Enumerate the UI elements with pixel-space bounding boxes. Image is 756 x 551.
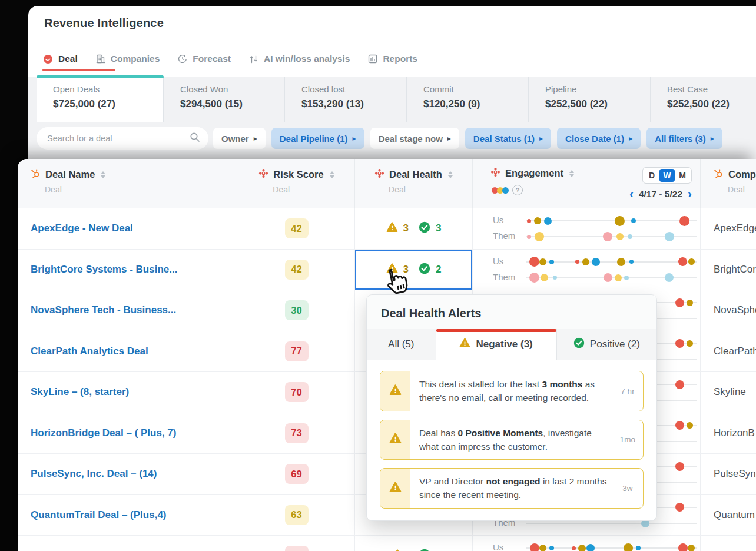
engagement-dot — [631, 218, 636, 223]
column-header-company[interactable]: Company Name Deal — [701, 159, 756, 208]
engagement-dot — [675, 380, 684, 389]
filter-chip-deal-stage-now[interactable]: Deal stage now▸ — [370, 128, 459, 149]
deal-health-cell[interactable]: 33 — [355, 208, 473, 249]
table-header: Deal Name Deal Risk Score Deal — [18, 159, 756, 208]
column-subtitle: Deal — [45, 185, 238, 194]
deal-name-link[interactable]: BrightCore Systems - Busine... — [18, 250, 238, 290]
popup-tab-positive-2-[interactable]: Positive (2) — [557, 329, 656, 360]
summary-card-pipeline[interactable]: Pipeline$252,500 (22) — [528, 77, 650, 122]
deal-name-link[interactable]: PulseSync, Inc. Deal – (14) — [18, 454, 238, 494]
search-placeholder: Search for a deal — [47, 134, 112, 143]
tab-companies[interactable]: Companies — [95, 54, 160, 64]
summary-card-commit[interactable]: Commit$120,250 (9) — [406, 77, 528, 122]
risk-score-badge: 73 — [285, 423, 309, 443]
period-w-button[interactable]: W — [659, 169, 675, 182]
positive-count: 3 — [436, 223, 441, 234]
risk-score-cell: 69 — [238, 454, 355, 494]
column-header-deal-name[interactable]: Deal Name Deal — [18, 159, 238, 208]
risk-score-cell: 42 — [238, 250, 355, 290]
filter-chip-deal-status-1-[interactable]: Deal Status (1)▸ — [465, 128, 551, 149]
engagement-dot — [628, 234, 632, 239]
deal-health-cell[interactable]: 32 — [355, 250, 473, 290]
deal-name-link[interactable]: NovaSphere Tech - Business... — [18, 290, 238, 331]
search-input[interactable]: Search for a deal — [37, 127, 208, 150]
ai-cross-icon — [490, 167, 500, 180]
prev-range-icon[interactable]: ‹ — [629, 187, 634, 200]
sort-icon[interactable] — [569, 170, 574, 177]
table-row: ApexEdge - New Deal4233UsThemApexEdge — [18, 208, 756, 250]
risk-score-cell — [238, 536, 355, 551]
tab-ai-win-loss-analysis[interactable]: AI win/loss analysis — [248, 54, 350, 64]
filter-chip-close-date-1-[interactable]: Close Date (1)▸ — [557, 128, 641, 149]
summary-card-best-case[interactable]: Best Case$252,500 (22) — [650, 77, 756, 122]
hubspot-icon — [714, 168, 724, 181]
sort-icon[interactable] — [101, 171, 105, 178]
check-icon — [573, 337, 585, 351]
sort-icon[interactable] — [448, 171, 453, 178]
risk-score-badge — [285, 546, 309, 551]
check-icon — [419, 549, 430, 551]
tab-deal[interactable]: Deal — [42, 54, 78, 65]
period-d-button[interactable]: D — [644, 169, 659, 182]
alert-card[interactable]: VP and Director not engaged in last 2 mo… — [380, 468, 644, 509]
period-m-button[interactable]: M — [675, 169, 690, 182]
filter-chip-all-filters-3-[interactable]: All filters (3)▸ — [646, 128, 722, 149]
tab-reports[interactable]: Reports — [367, 54, 417, 64]
help-icon[interactable]: ? — [512, 185, 523, 195]
next-range-icon[interactable]: › — [688, 187, 692, 200]
alert-card[interactable]: This deal is stalled for the last 3 mont… — [380, 371, 644, 411]
alert-card[interactable]: Deal has 0 Positive Moments, investigate… — [380, 420, 644, 460]
deal-name-link[interactable]: ClearPath Analytics Deal — [18, 331, 238, 372]
deal-health-alerts-popup: Deal Health Alerts All (5)Negative (3)Po… — [366, 294, 657, 521]
ai-cross-icon — [258, 168, 268, 181]
risk-score-badge: 69 — [285, 464, 309, 484]
engagement-dot — [535, 232, 544, 241]
deal-name-link[interactable]: SkyLine – (8, starter) — [18, 372, 238, 413]
risk-score-cell: 70 — [238, 372, 355, 413]
engagement-legend: ? — [492, 185, 574, 195]
deal-name-link[interactable]: HorizonBridge Deal – ( Plus, 7) — [18, 413, 238, 454]
column-header-risk-score[interactable]: Risk Score Deal — [238, 159, 355, 208]
warning-icon — [389, 432, 402, 447]
column-subtitle: Deal — [389, 185, 453, 194]
risk-score-cell: 30 — [238, 290, 355, 331]
filter-chip-deal-pipeline-1-[interactable]: Deal Pipeline (1)▸ — [271, 128, 364, 149]
engagement-track — [526, 277, 697, 278]
alert-timestamp: 1mo — [612, 420, 643, 460]
engagement-dot — [665, 232, 674, 241]
summary-card-closed-lost[interactable]: Closed lost$153,290 (13) — [284, 77, 406, 122]
tab-forecast[interactable]: Forecast — [177, 54, 231, 64]
warning-icon — [389, 481, 402, 496]
engagement-dot — [624, 276, 629, 280]
app-header-card: Revenue Intelligence DealCompaniesForeca… — [28, 6, 756, 159]
engagement-track — [526, 523, 697, 524]
engagement-dot — [636, 546, 641, 550]
summary-card-closed-won[interactable]: Closed Won$294,500 (15) — [163, 77, 284, 122]
summary-card-label: Pipeline — [545, 84, 650, 94]
company-name-cell: ApexEdge — [701, 208, 756, 249]
popup-tab-label: Negative (3) — [476, 338, 532, 350]
tab-label: Forecast — [193, 54, 231, 64]
deal-name-link[interactable] — [18, 536, 238, 551]
summary-card-value: $153,290 (13) — [301, 98, 406, 110]
hubspot-icon — [31, 168, 41, 181]
column-header-engagement[interactable]: Engagement ? DWM ‹ 4/17 - 5/22 › — [473, 159, 701, 208]
sort-icon[interactable] — [330, 171, 334, 178]
deal-name-link[interactable]: ApexEdge - New Deal — [18, 208, 238, 249]
page-title: Revenue Intelligence — [44, 16, 164, 30]
summary-card-value: $120,250 (9) — [423, 98, 528, 110]
deal-health-cell[interactable] — [355, 536, 473, 551]
engagement-dot — [544, 217, 552, 225]
popup-tab-negative-3-[interactable]: Negative (3) — [436, 329, 557, 360]
hand-cursor — [377, 262, 415, 302]
engagement-dot — [615, 216, 625, 226]
summary-card-label: Commit — [423, 84, 528, 94]
popup-tab-all-5-[interactable]: All (5) — [367, 329, 436, 360]
deal-name-link[interactable]: QuantumTrail Deal – (Plus,4) — [18, 495, 238, 536]
column-header-deal-health[interactable]: Deal Health Deal — [355, 159, 473, 208]
filter-chip-owner[interactable]: Owner▸ — [213, 128, 266, 149]
risk-score-badge: 42 — [285, 260, 309, 280]
engagement-side-label: Them — [493, 272, 515, 282]
engagement-dot — [675, 462, 684, 471]
summary-card-open-deals[interactable]: Open Deals$725,000 (27) — [37, 77, 163, 122]
